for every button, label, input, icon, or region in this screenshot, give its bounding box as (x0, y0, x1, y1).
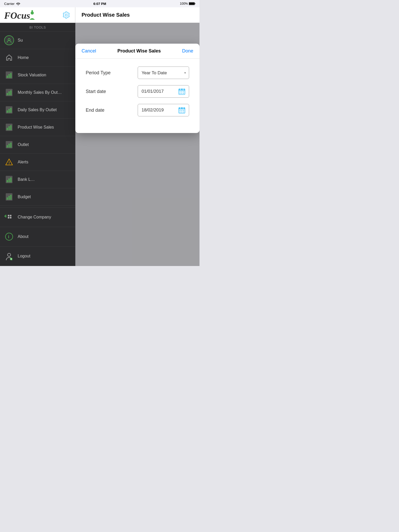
svg-rect-50 (183, 91, 184, 92)
sidebar-item-monthly-sales[interactable]: Monthly Sales By Out… (0, 84, 75, 101)
monthly-sales-icon (5, 88, 13, 97)
svg-rect-35 (10, 195, 11, 200)
status-bar-left: Carrier (4, 2, 20, 6)
period-type-label: Period Type (86, 70, 138, 76)
end-date-label: End date (86, 108, 138, 113)
svg-point-4 (31, 11, 34, 15)
svg-point-6 (8, 38, 10, 41)
end-date-calendar-icon[interactable] (178, 106, 186, 114)
svg-rect-58 (179, 110, 181, 111)
monthly-sales-icon-wrap (4, 88, 14, 97)
svg-rect-59 (181, 110, 182, 111)
svg-rect-31 (10, 177, 11, 182)
svg-rect-12 (7, 93, 8, 95)
carrier-label: Carrier (4, 2, 15, 6)
sidebar-bottom: Change Company i About (0, 207, 75, 266)
svg-rect-21 (9, 126, 10, 130)
done-button[interactable]: Done (182, 48, 193, 54)
bank-ledger-label: Bank L… (18, 177, 35, 182)
svg-rect-48 (179, 91, 181, 92)
main-header: Product Wise Sales (75, 7, 200, 23)
daily-sales-icon-wrap (4, 105, 14, 115)
svg-rect-62 (181, 112, 182, 112)
monthly-sales-label: Monthly Sales By Out… (18, 90, 62, 95)
sidebar-item-home[interactable]: Home (0, 49, 75, 66)
app-body: BI TOOLS Su (0, 23, 200, 266)
svg-rect-30 (9, 178, 10, 182)
user-icon (6, 37, 12, 43)
cancel-button[interactable]: Cancel (82, 48, 96, 54)
home-label: Home (18, 55, 29, 60)
avatar-circle (4, 35, 14, 45)
sidebar-item-budget[interactable]: Budget (0, 188, 75, 206)
sidebar-item-outlet[interactable]: Outlet (0, 136, 75, 154)
product-wise-sales-dialog: Cancel Product Wise Sales Done Period Ty… (75, 44, 200, 133)
logout-icon (4, 251, 14, 261)
about-icon-wrap: i (4, 232, 14, 242)
svg-rect-8 (7, 76, 8, 78)
svg-rect-14 (10, 90, 11, 95)
start-date-field[interactable]: 01/01/2017 (138, 85, 189, 98)
stock-valuation-label: Stock Valuation (18, 73, 46, 77)
start-date-value: 01/01/2017 (142, 89, 164, 94)
start-date-calendar-icon[interactable] (178, 88, 186, 95)
end-date-control: 18/02/2019 (138, 104, 189, 116)
svg-text:i: i (8, 235, 9, 239)
sidebar-item-stock-valuation[interactable]: Stock Valuation (0, 66, 75, 84)
end-date-field[interactable]: 18/02/2019 (138, 104, 189, 116)
svg-text:FOcus: FOcus (4, 10, 30, 21)
sidebar-item-about[interactable]: i About (0, 227, 75, 247)
sidebar-item-logout[interactable]: Logout (0, 247, 75, 266)
svg-rect-20 (7, 128, 8, 130)
about-icon: i (4, 232, 14, 242)
sidebar-item-change-company[interactable]: Change Company (0, 208, 75, 227)
modal-overlay: Cancel Product Wise Sales Done Period Ty… (75, 23, 200, 266)
logo-area: FOcus (4, 9, 35, 21)
sidebar: BI TOOLS Su (0, 23, 75, 266)
svg-rect-16 (7, 110, 8, 113)
sidebar-item-bank-ledger[interactable]: Bank L… (0, 171, 75, 188)
change-company-label: Change Company (18, 215, 51, 220)
daily-sales-label: Daily Sales By Outlet (18, 108, 57, 112)
svg-point-5 (31, 10, 33, 12)
dialog-body: Period Type Daily Weekly Monthly Year To… (75, 59, 200, 133)
gear-icon (62, 11, 70, 19)
change-company-icon (4, 212, 14, 222)
battery-icon (189, 2, 195, 5)
sidebar-item-product-wise[interactable]: Product Wise Sales (0, 119, 75, 136)
calendar-svg-end (178, 107, 185, 114)
page-title: Product Wise Sales (82, 12, 130, 18)
svg-rect-45 (179, 89, 185, 91)
svg-rect-2 (189, 3, 194, 5)
svg-rect-1 (195, 3, 195, 4)
logout-icon-wrap (4, 251, 14, 261)
svg-rect-55 (179, 108, 185, 109)
dialog-header: Cancel Product Wise Sales Done (75, 44, 200, 59)
product-wise-icon-wrap (4, 122, 14, 132)
dialog-title: Product Wise Sales (117, 48, 161, 54)
sidebar-item-user[interactable]: Su (0, 32, 75, 49)
calendar-svg (178, 88, 185, 95)
svg-rect-22 (10, 125, 11, 130)
svg-rect-49 (181, 91, 182, 92)
svg-rect-10 (10, 73, 11, 78)
svg-rect-33 (7, 197, 8, 200)
sidebar-item-daily-sales[interactable]: Daily Sales By Outlet (0, 101, 75, 119)
user-avatar (4, 35, 14, 45)
status-bar: Carrier 6:07 PM 100% (0, 0, 200, 7)
stock-valuation-icon (5, 71, 13, 79)
sidebar-item-alerts[interactable]: ! Alerts (0, 154, 75, 171)
outlet-icon (5, 141, 13, 149)
battery-label: 100% (180, 2, 188, 5)
period-type-select[interactable]: Daily Weekly Monthly Year To Date Custom (138, 66, 189, 79)
period-type-control: Daily Weekly Monthly Year To Date Custom… (138, 66, 189, 79)
start-date-row: Start date 01/01/2017 (86, 85, 189, 98)
svg-rect-17 (9, 109, 10, 113)
svg-rect-25 (9, 144, 10, 148)
user-label: Su (18, 38, 23, 43)
logout-label: Logout (18, 254, 30, 258)
wifi-icon (16, 2, 20, 5)
outlet-label: Outlet (18, 142, 29, 147)
svg-rect-51 (179, 93, 181, 94)
gear-button[interactable] (62, 10, 71, 20)
